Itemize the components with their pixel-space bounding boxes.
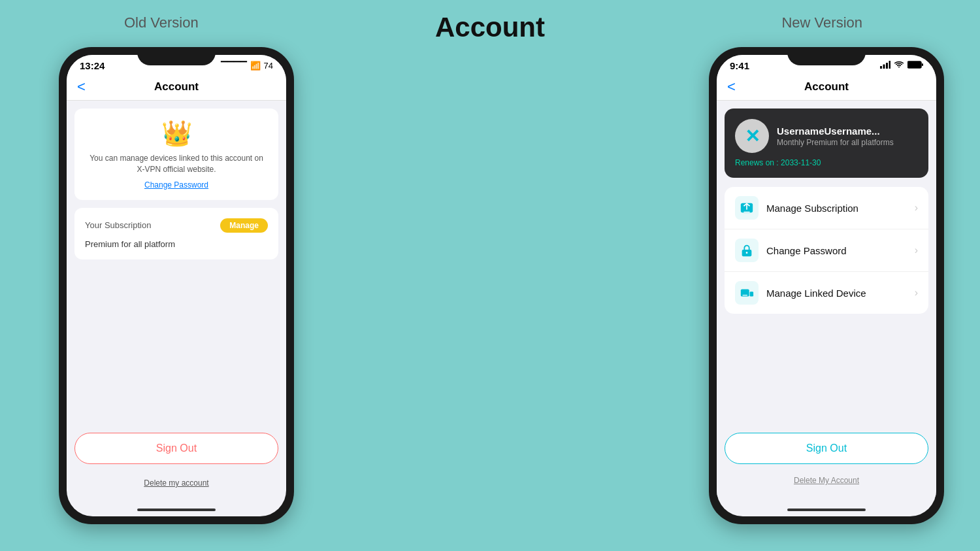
change-password-label: Change Password [766, 245, 907, 256]
svg-point-10 [746, 252, 748, 254]
manage-subscription-label: Manage Subscription [766, 203, 907, 214]
username-label: UsernameUsername... [777, 125, 918, 137]
svg-rect-3 [889, 61, 891, 69]
old-status-icons: ▔▔▔▔ 📶 74 [221, 61, 273, 71]
old-sign-out-button[interactable]: Sign Out [74, 433, 278, 464]
new-wifi-icon [894, 61, 904, 71]
user-card: ✕ UsernameUsername... Monthly Premium fo… [725, 109, 928, 178]
user-info: UsernameUsername... Monthly Premium for … [777, 125, 918, 147]
crown-card: 👑 You can manage devices linked to this … [74, 109, 278, 200]
old-phone-screen: 13:24 ▔▔▔▔ 📶 74 < Account 👑 You can m [67, 55, 286, 516]
old-screen-title: Account [154, 80, 199, 93]
new-screen-title: Account [804, 80, 849, 93]
new-phone-notch [787, 47, 866, 65]
new-back-button[interactable]: < [727, 78, 736, 95]
signal-icon: ▔▔▔▔ [221, 61, 247, 71]
user-avatar: ✕ [735, 119, 769, 153]
new-sign-out-button[interactable]: Sign Out [725, 433, 928, 464]
manage-device-item[interactable]: Manage Linked Device › [725, 272, 928, 314]
subscription-card: Your Subscription Manage Premium for all… [74, 208, 278, 259]
new-content-area: ✕ UsernameUsername... Monthly Premium fo… [717, 101, 936, 497]
new-signal-icon [880, 61, 890, 71]
old-back-button[interactable]: < [77, 78, 86, 95]
page-title: Account [435, 12, 545, 43]
old-bottom-bar [137, 509, 216, 511]
old-nav-header: < Account [67, 74, 286, 101]
change-password-link[interactable]: Change Password [144, 180, 208, 190]
renews-label: Renews on : 2033-11-30 [735, 158, 918, 167]
crown-icon: 👑 [161, 119, 192, 148]
manage-button[interactable]: Manage [220, 218, 268, 233]
old-content-area: 👑 You can manage devices linked to this … [67, 101, 286, 497]
xvpn-logo-icon: ✕ [745, 125, 760, 147]
old-phone-notch [137, 47, 216, 65]
chevron-right-icon: › [915, 202, 918, 214]
chevron-right-icon-3: › [915, 287, 918, 299]
new-status-time: 9:41 [730, 60, 749, 71]
subscription-plan: Premium for all platform [85, 239, 268, 249]
user-card-top: ✕ UsernameUsername... Monthly Premium fo… [735, 119, 918, 153]
lock-icon [740, 243, 754, 258]
crown-text: You can manage devices linked to this ac… [85, 153, 268, 175]
subscription-row: Your Subscription Manage [85, 218, 268, 233]
wifi-icon: 📶 [250, 61, 261, 71]
svg-rect-0 [880, 66, 882, 69]
menu-list: Manage Subscription › Change Passwor [725, 187, 928, 314]
svg-rect-1 [883, 65, 885, 69]
new-delete-account-link[interactable]: Delete My Account [794, 476, 859, 485]
new-nav-header: < Account [717, 74, 936, 101]
chevron-right-icon-2: › [915, 244, 918, 256]
old-status-time: 13:24 [80, 60, 105, 71]
new-phone-frame: 9:41 [709, 47, 944, 524]
new-battery-icon [907, 61, 923, 71]
old-version-label: Old Version [124, 14, 199, 31]
change-password-item[interactable]: Change Password › [725, 229, 928, 272]
old-phone-frame: 13:24 ▔▔▔▔ 📶 74 < Account 👑 You can m [59, 47, 294, 524]
change-password-icon-box [735, 239, 759, 262]
new-phone-screen: 9:41 [717, 55, 936, 516]
new-status-icons [880, 61, 923, 71]
manage-device-icon-box [735, 281, 759, 305]
svg-rect-12 [750, 292, 754, 296]
svg-rect-4 [907, 61, 921, 68]
subscription-icon [740, 201, 754, 215]
manage-device-label: Manage Linked Device [766, 288, 907, 299]
subscription-label: Your Subscription [85, 220, 151, 230]
svg-rect-2 [886, 63, 888, 69]
battery-old: 74 [264, 61, 273, 71]
manage-subscription-icon-box [735, 196, 759, 220]
device-icon [740, 286, 754, 300]
new-version-label: New Version [781, 14, 862, 31]
new-phone-container: 9:41 [709, 47, 944, 524]
crown-section: 👑 You can manage devices linked to this … [85, 119, 268, 190]
manage-subscription-item[interactable]: Manage Subscription › [725, 187, 928, 229]
old-phone-container: 13:24 ▔▔▔▔ 📶 74 < Account 👑 You can m [59, 47, 294, 524]
old-delete-account-link[interactable]: Delete my account [144, 478, 208, 488]
new-bottom-bar [787, 509, 866, 511]
user-plan-label: Monthly Premium for all platforms [777, 138, 918, 147]
svg-rect-5 [922, 63, 923, 66]
